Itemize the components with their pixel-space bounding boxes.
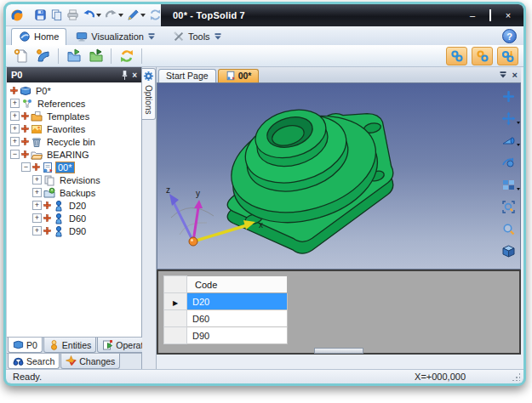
tree-item-d60[interactable]: + D60	[7, 212, 141, 224]
table-row[interactable]: D60	[164, 310, 288, 327]
copy-button[interactable]	[49, 8, 64, 22]
viewports-button[interactable]	[501, 177, 516, 192]
tree-item-d20[interactable]: + D20	[7, 199, 141, 212]
expander-icon[interactable]: +	[32, 188, 42, 197]
new-part-button[interactable]	[33, 47, 53, 65]
tree-item-d90[interactable]: + D90	[7, 224, 141, 237]
help-button[interactable]: ?	[502, 29, 517, 43]
y-axis-arrow	[194, 200, 203, 208]
pan-icon	[501, 111, 516, 126]
expander-icon[interactable]: +	[10, 99, 20, 108]
divider	[141, 48, 142, 64]
view-direction-button[interactable]	[501, 133, 516, 148]
table-row[interactable]: ▶ D20	[164, 293, 288, 310]
tree-item-00[interactable]: − 00*	[7, 161, 141, 173]
resize-grip[interactable]	[512, 372, 520, 381]
templates-folder-icon	[31, 111, 43, 122]
maximize-icon	[489, 9, 491, 21]
orbit-button[interactable]	[501, 155, 516, 170]
tab-changes[interactable]: Changes	[60, 354, 120, 369]
expander-icon[interactable]: −	[21, 162, 31, 172]
plus-marker-icon	[32, 163, 40, 171]
expander-icon[interactable]: +	[32, 226, 42, 236]
title-bar: 00* - TopSolid 7 – ×	[6, 4, 523, 26]
links-button-2[interactable]	[472, 47, 493, 65]
tree-item-backups[interactable]: + Backups	[7, 186, 141, 199]
links-button-3[interactable]	[497, 47, 518, 65]
save-button[interactable]	[33, 8, 48, 22]
expander-icon[interactable]: +	[32, 201, 42, 210]
tab-visualization[interactable]: Visualization	[68, 28, 163, 45]
tree-item-templates[interactable]: + Templates	[7, 110, 141, 122]
tree-item-recycle-bin[interactable]: + Recycle bin	[7, 135, 141, 148]
tab-search[interactable]: Search	[8, 354, 60, 369]
open-template-folder-icon	[66, 48, 82, 64]
zoom-button[interactable]	[501, 221, 516, 236]
expander-icon[interactable]: −	[10, 150, 20, 159]
plus-marker-icon	[21, 112, 29, 120]
coordinate-triad: z y x	[159, 182, 270, 267]
topsolid-logo-icon[interactable]	[9, 8, 25, 23]
tab-start-page[interactable]: Start Page	[158, 69, 216, 82]
plus-marker-icon	[43, 227, 51, 235]
expander-icon[interactable]: +	[32, 175, 42, 184]
tab-options[interactable]: Options	[142, 68, 156, 120]
tree-item-p0[interactable]: P0*	[7, 84, 141, 97]
minimize-button[interactable]: –	[467, 11, 478, 20]
explorer-header: P0 ×	[7, 67, 141, 82]
zoom-window-button[interactable]	[501, 199, 516, 214]
viewports-dropdown-caret	[517, 188, 520, 190]
tab-entities[interactable]: Entities	[43, 338, 96, 353]
document-area: Start Page 00* ×	[157, 67, 523, 369]
tab-home[interactable]: Home	[11, 28, 66, 45]
family-member-icon	[53, 213, 65, 224]
tree-item-favorites[interactable]: + Favorites	[7, 122, 141, 135]
recycle-bin-icon	[31, 136, 43, 148]
explorer-close-button[interactable]: ×	[132, 71, 137, 80]
tree-item-revisions[interactable]: + Revisions	[7, 173, 141, 186]
document-close-button[interactable]: ×	[512, 70, 518, 80]
convert-button[interactable]	[117, 47, 136, 65]
tree-item-bearing[interactable]: − BEARING	[7, 148, 141, 161]
crosshair-button[interactable]	[501, 88, 516, 104]
gap	[157, 355, 521, 369]
expander-icon[interactable]: +	[10, 124, 20, 133]
graphics-viewport[interactable]: z y x	[157, 82, 521, 270]
home-icon	[19, 31, 31, 43]
pan-button[interactable]	[501, 111, 516, 126]
tools-icon	[173, 31, 185, 43]
close-button[interactable]: ×	[503, 11, 513, 20]
print-button[interactable]	[66, 8, 80, 22]
table-row[interactable]: D90	[164, 327, 288, 344]
pan-dropdown-caret	[517, 122, 520, 124]
tab-home-label: Home	[34, 31, 59, 42]
undo-button[interactable]	[82, 8, 102, 22]
expander-icon[interactable]: +	[10, 137, 20, 146]
open-template-button[interactable]	[64, 47, 83, 65]
zoom-icon	[501, 222, 516, 236]
links-button-1[interactable]	[446, 47, 467, 65]
chevron-double-icon[interactable]	[499, 71, 507, 79]
tab-visualization-label: Visualization	[91, 31, 144, 42]
new-document-button[interactable]	[11, 47, 31, 65]
edit-button[interactable]	[126, 8, 146, 22]
operations-icon	[102, 339, 113, 350]
tree-item-references[interactable]: + References	[7, 97, 141, 110]
tab-p0[interactable]: P0	[8, 338, 43, 353]
expander-icon[interactable]: +	[10, 111, 20, 121]
tab-tools[interactable]: Tools	[165, 28, 230, 45]
plus-marker-icon	[10, 87, 18, 94]
redo-button[interactable]	[104, 8, 124, 22]
expander-icon[interactable]: +	[32, 213, 42, 223]
maximize-button[interactable]	[485, 11, 495, 20]
pin-button[interactable]	[121, 70, 129, 81]
isometric-view-button[interactable]	[501, 243, 516, 258]
quick-access-toolbar	[6, 4, 161, 26]
panel-splitter-handle[interactable]	[314, 348, 363, 354]
tab-document-00[interactable]: 00*	[218, 69, 260, 82]
code-column-header[interactable]: Code	[187, 276, 288, 293]
import-button[interactable]	[86, 47, 106, 65]
orbit-icon	[501, 156, 516, 170]
document-tab-bar: Start Page 00* ×	[157, 67, 521, 82]
plus-marker-icon	[43, 202, 51, 209]
